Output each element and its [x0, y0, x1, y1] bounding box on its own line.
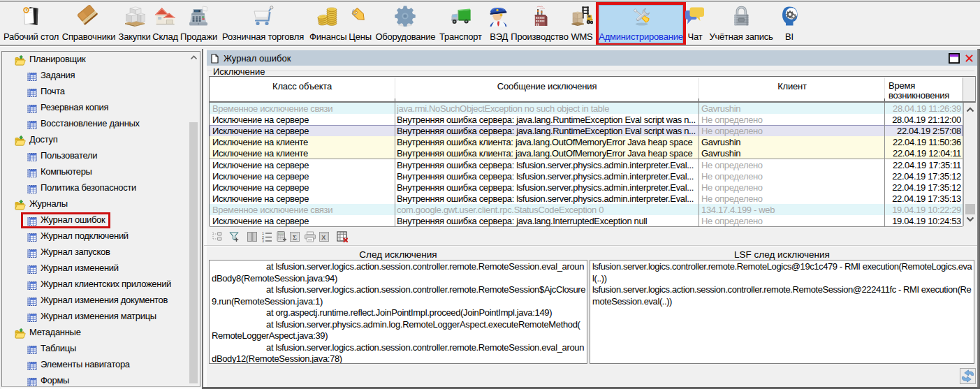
svg-text:X: X	[321, 234, 326, 241]
svg-text:Σ: Σ	[293, 234, 297, 241]
svg-text:3: 3	[262, 239, 264, 243]
